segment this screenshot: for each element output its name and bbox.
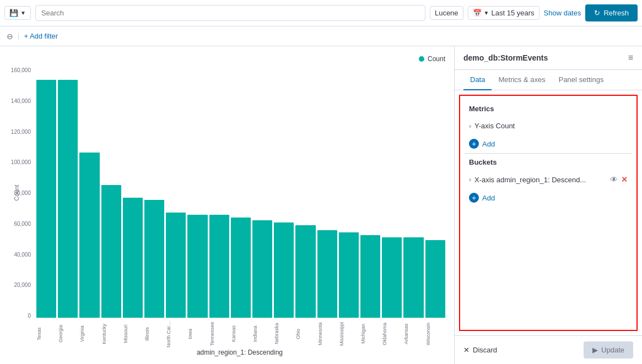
x-axis-label: Ohio [295, 320, 315, 347]
metric-label: Y-axis Count [474, 122, 515, 130]
metrics-add-button[interactable]: + Add [465, 134, 632, 153]
y-label-0: 0 [28, 313, 31, 319]
filter-icon[interactable]: ⊖ [7, 32, 13, 41]
x-axis-title: admin_region_1: Descending [34, 347, 445, 360]
x-axis-label: Indiana [252, 320, 272, 347]
bar[interactable] [295, 225, 315, 318]
metrics-plus-icon: + [469, 139, 479, 149]
buckets-add-button[interactable]: + Add [465, 188, 632, 207]
x-axis-label: Iowa [187, 320, 207, 347]
x-axis-label: Nebraska [274, 320, 294, 347]
right-panel: demo_db:StormEvents ≡ Data Metrics & axe… [455, 46, 642, 364]
x-axis-label: Missouri [123, 320, 143, 347]
bar[interactable] [339, 232, 359, 318]
filter-bar: ⊖ | + Add filter [0, 26, 642, 46]
panel-header: demo_db:StormEvents ≡ [455, 46, 642, 70]
bar[interactable] [382, 237, 402, 318]
bar[interactable] [101, 185, 121, 318]
refresh-button[interactable]: ↻ Refresh [585, 4, 638, 21]
x-axis-label: Tennessee [209, 320, 229, 347]
lucene-button[interactable]: Lucene [430, 6, 463, 20]
bottom-bar: ✕ Discard ▶ Update [455, 335, 642, 364]
buckets-section-title: Buckets [465, 154, 632, 171]
tab-data[interactable]: Data [463, 70, 492, 90]
bar[interactable] [79, 153, 99, 318]
y-label-140k: 140,000 [11, 98, 31, 104]
bars-container: Count [36, 67, 445, 318]
metric-row-yaxis[interactable]: › Y-axis Count [465, 117, 632, 134]
panel-title: demo_db:StormEvents [463, 53, 548, 62]
bar[interactable] [317, 230, 337, 318]
x-axis-label: Arkansas [403, 320, 423, 347]
buckets-add-label: Add [482, 194, 495, 202]
y-label-40k: 40,000 [14, 252, 31, 258]
update-button[interactable]: ▶ Update [584, 341, 633, 358]
bar[interactable] [252, 220, 272, 318]
show-dates-button[interactable]: Show dates [544, 9, 581, 17]
bar[interactable] [123, 198, 143, 318]
y-label-60k: 60,000 [14, 221, 31, 227]
x-axis-label: Wisconsin [425, 320, 445, 347]
bar[interactable] [187, 215, 207, 318]
calendar-dropdown-icon: ▼ [484, 10, 489, 16]
bar[interactable] [144, 200, 164, 318]
x-axis-label: Kentucky [101, 320, 121, 347]
metrics-section-title: Metrics [465, 100, 632, 117]
x-axis-label: Oklahoma [382, 320, 402, 347]
bar[interactable] [36, 80, 56, 318]
bucket-row-xaxis[interactable]: › X-axis admin_region_1: Descend... 👁 ✕ [465, 171, 632, 188]
x-axis-label: Texas [36, 320, 56, 347]
bucket-chevron-icon: › [469, 176, 471, 183]
y-label-120k: 120,000 [11, 129, 31, 135]
time-picker[interactable]: 📅 ▼ Last 15 years [468, 6, 540, 20]
bar[interactable] [403, 237, 423, 318]
save-button[interactable]: 💾 ▼ [4, 6, 31, 20]
chart-area: Count 0 20,000 40,000 60,000 80,000 100,… [0, 46, 455, 364]
bucket-label: X-axis admin_region_1: Descend... [474, 176, 607, 184]
update-label: Update [601, 346, 624, 354]
bar[interactable] [360, 235, 380, 318]
discard-icon: ✕ [463, 346, 470, 354]
y-label-80k: 80,000 [14, 190, 31, 196]
legend-label: Count [428, 55, 445, 63]
bar[interactable] [166, 213, 186, 318]
x-axis-label: Illinois [144, 320, 164, 347]
legend-dot [419, 56, 424, 62]
discard-button[interactable]: ✕ Discard [463, 346, 497, 354]
bar[interactable] [209, 215, 229, 318]
y-label-20k: 20,000 [14, 282, 31, 288]
tab-metrics-axes[interactable]: Metrics & axes [492, 70, 552, 90]
eye-icon[interactable]: 👁 [610, 175, 618, 184]
x-axis-label: Georgia [58, 320, 78, 347]
separator: | [18, 32, 19, 40]
add-filter-button[interactable]: + Add filter [24, 32, 58, 40]
x-axis-label: Mississippi [339, 320, 359, 347]
metric-chevron-icon: › [469, 122, 471, 130]
main-layout: Count 0 20,000 40,000 60,000 80,000 100,… [0, 46, 642, 364]
update-icon: ▶ [592, 346, 598, 354]
tab-panel-settings[interactable]: Panel settings [552, 70, 611, 90]
bucket-close-icon[interactable]: ✕ [621, 175, 628, 184]
search-input[interactable] [35, 5, 425, 21]
x-axis-label: Minnesota [317, 320, 337, 347]
x-axis-label: Virginia [79, 320, 99, 347]
bar[interactable] [274, 222, 294, 318]
toolbar: 💾 ▼ Lucene 📅 ▼ Last 15 years Show dates … [0, 0, 642, 26]
x-axis-label: Kansas [231, 320, 251, 347]
x-axis-labels: TexasGeorgiaVirginiaKentuckyMissouriIlli… [36, 320, 445, 347]
x-axis-label: North Carolina [166, 320, 186, 347]
chart-body: Count TexasGeorgiaVirginiaKentuckyMissou… [36, 67, 445, 347]
save-icon: 💾 [9, 9, 18, 17]
time-range-label: Last 15 years [491, 9, 534, 17]
bar[interactable] [231, 218, 251, 318]
calendar-icon: 📅 [473, 9, 482, 17]
y-label-160k: 160,000 [11, 67, 31, 73]
bar[interactable] [425, 240, 445, 318]
chart-legend: Count [4, 55, 445, 63]
metrics-add-label: Add [482, 140, 495, 148]
panel-menu-icon[interactable]: ≡ [628, 53, 633, 63]
chart-wrapper: 0 20,000 40,000 60,000 80,000 100,000 12… [4, 67, 445, 347]
y-label-100k: 100,000 [11, 159, 31, 165]
bar[interactable] [58, 80, 78, 318]
buckets-plus-icon: + [469, 193, 479, 203]
